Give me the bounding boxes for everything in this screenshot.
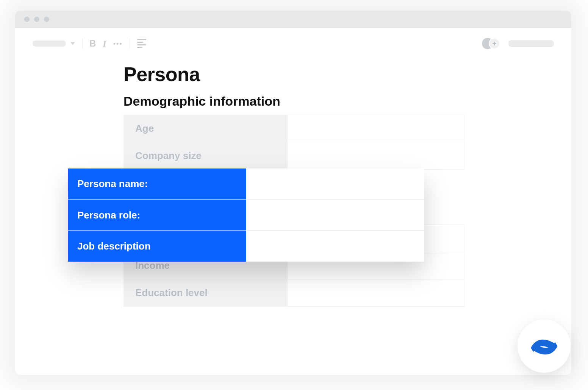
- toolbar-divider: [130, 38, 130, 49]
- primary-action-placeholder[interactable]: [508, 40, 554, 47]
- chevron-down-icon: [70, 42, 75, 45]
- row-label: Job description: [68, 231, 246, 262]
- window-titlebar: [15, 11, 571, 28]
- row-label: Persona role:: [68, 200, 246, 231]
- window-control-zoom[interactable]: [44, 17, 49, 22]
- table-row: Company size: [124, 142, 464, 170]
- row-value[interactable]: [287, 115, 464, 142]
- row-label: Education level: [124, 279, 288, 307]
- demographic-table-1: Age Company size: [124, 115, 464, 170]
- table-row: Job description: [68, 231, 424, 262]
- style-dropdown-placeholder[interactable]: [33, 41, 66, 47]
- row-value[interactable]: [287, 279, 464, 307]
- window-control-minimize[interactable]: [34, 17, 39, 22]
- page-title: Persona: [124, 63, 464, 86]
- table-row: Persona name:: [68, 168, 424, 200]
- window-control-close[interactable]: [24, 17, 30, 22]
- confluence-logo-badge: [518, 320, 571, 373]
- editor-toolbar: B I ••• +: [15, 28, 571, 59]
- table-row: Age: [124, 115, 464, 142]
- align-left-icon[interactable]: [137, 39, 146, 48]
- row-value[interactable]: [246, 231, 424, 262]
- collaborator-avatars[interactable]: +: [482, 38, 502, 49]
- row-value[interactable]: [287, 142, 464, 170]
- row-label: Age: [124, 115, 288, 142]
- more-formatting-button[interactable]: •••: [113, 40, 123, 47]
- toolbar-divider: [82, 38, 83, 49]
- add-collaborator-button[interactable]: +: [489, 38, 500, 49]
- row-value[interactable]: [246, 168, 424, 200]
- persona-overlay-table: Persona name: Persona role: Job descript…: [68, 168, 424, 262]
- section-heading: Demographic information: [124, 94, 464, 109]
- row-label: Company size: [124, 142, 288, 170]
- confluence-icon: [530, 332, 558, 360]
- row-value[interactable]: [246, 200, 424, 231]
- italic-button[interactable]: I: [103, 39, 106, 48]
- row-label: Persona name:: [68, 168, 246, 200]
- table-row: Persona role:: [68, 200, 424, 231]
- table-row: Education level: [124, 279, 464, 307]
- bold-button[interactable]: B: [89, 39, 96, 48]
